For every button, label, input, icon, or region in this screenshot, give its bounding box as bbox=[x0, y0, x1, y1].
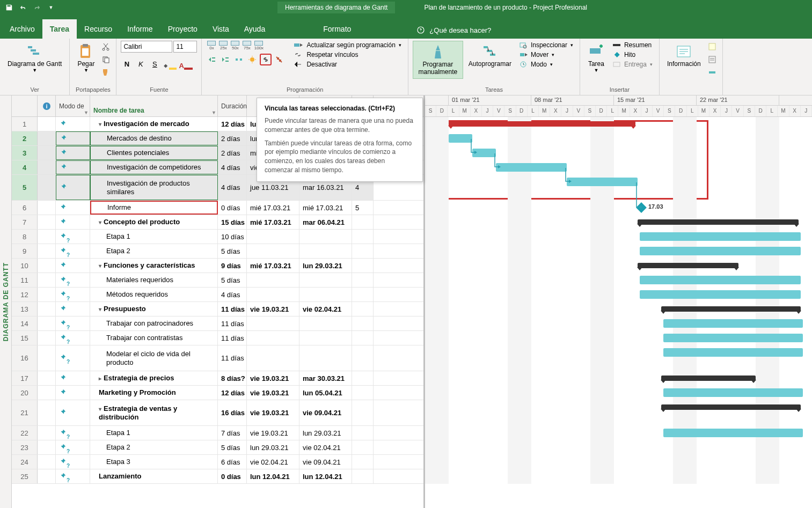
cell-info[interactable] bbox=[38, 244, 56, 258]
gantt-bar[interactable] bbox=[638, 263, 738, 268]
copy-button[interactable] bbox=[100, 54, 112, 65]
inspect-cmd[interactable]: Inspeccionar▾ bbox=[517, 41, 575, 49]
paste-button[interactable]: Pegar ▼ bbox=[74, 41, 98, 76]
deactivate-cmd[interactable]: Desactivar bbox=[291, 60, 403, 69]
gantt-bar[interactable] bbox=[640, 247, 801, 255]
gantt-bar[interactable] bbox=[567, 178, 638, 186]
cell-info[interactable] bbox=[38, 302, 56, 316]
cell-info[interactable] bbox=[38, 215, 56, 229]
row-number[interactable]: 23 bbox=[12, 440, 38, 454]
cell-info[interactable] bbox=[38, 331, 56, 345]
cell-info[interactable] bbox=[38, 469, 56, 483]
cell-mode[interactable] bbox=[56, 371, 90, 385]
row-number[interactable]: 1 bbox=[12, 117, 38, 131]
cell-mode[interactable] bbox=[56, 400, 90, 425]
row-number[interactable]: 13 bbox=[12, 302, 38, 316]
font-color-button[interactable]: A bbox=[179, 58, 193, 70]
cell-pred[interactable] bbox=[352, 230, 374, 244]
gantt-bar[interactable] bbox=[661, 306, 801, 312]
cell-duration[interactable]: 4 días bbox=[218, 175, 247, 200]
row-number[interactable]: 20 bbox=[12, 386, 38, 400]
cell-start[interactable] bbox=[247, 331, 299, 345]
task-row[interactable]: 22 Etapa 1 7 días vie 19.03.21 lun 29.03… bbox=[12, 426, 423, 440]
cell-name[interactable]: ▸Estrategia de precios bbox=[90, 371, 218, 385]
cell-start[interactable]: mié 17.03.21 bbox=[247, 201, 299, 215]
row-number[interactable]: 8 bbox=[12, 230, 38, 244]
reschedule-button[interactable] bbox=[246, 54, 258, 65]
cell-name[interactable]: Modelar el ciclo de vida del producto bbox=[90, 345, 218, 371]
gantt-chart[interactable]: 01 mar '2108 mar '2115 mar '2122 mar '21… bbox=[425, 95, 812, 508]
row-number[interactable]: 15 bbox=[12, 331, 38, 345]
row-number[interactable]: 7 bbox=[12, 215, 38, 229]
cell-start[interactable] bbox=[247, 288, 299, 301]
cell-info[interactable] bbox=[38, 273, 56, 287]
col-rownum[interactable] bbox=[12, 95, 38, 116]
row-number[interactable]: 25 bbox=[12, 469, 38, 483]
cell-info[interactable] bbox=[38, 201, 56, 215]
cell-end[interactable]: lun 12.04.21 bbox=[299, 469, 352, 483]
cell-pred[interactable] bbox=[352, 331, 374, 345]
cell-info[interactable] bbox=[38, 440, 56, 454]
cell-mode[interactable] bbox=[56, 316, 90, 330]
cell-name[interactable]: Lanzamiento bbox=[90, 469, 218, 483]
cell-start[interactable]: vie 19.03.21 bbox=[247, 400, 299, 425]
outdent-button[interactable] bbox=[206, 54, 218, 65]
gantt-row[interactable] bbox=[425, 131, 812, 146]
gantt-bar[interactable] bbox=[663, 388, 803, 397]
redo-button[interactable] bbox=[31, 2, 43, 13]
cell-start[interactable]: vie 19.03.21 bbox=[247, 302, 299, 316]
cell-mode[interactable] bbox=[56, 302, 90, 316]
cell-duration[interactable]: 0 días bbox=[218, 469, 247, 483]
cell-name[interactable]: ▾Investigación de mercado bbox=[90, 117, 218, 131]
update-schedule-cmd[interactable]: Actualizar según programación▾ bbox=[291, 41, 403, 49]
cell-end[interactable]: lun 05.04.21 bbox=[299, 386, 352, 400]
cell-duration[interactable]: 10 días bbox=[218, 230, 247, 244]
cell-mode[interactable] bbox=[56, 215, 90, 229]
cell-name[interactable]: Trabajar con patrocinadores bbox=[90, 316, 218, 330]
tab-resource[interactable]: Recurso bbox=[77, 19, 120, 39]
cell-name[interactable]: Investigación de competidores bbox=[90, 160, 218, 174]
cell-pred[interactable] bbox=[352, 259, 374, 273]
cell-name[interactable]: Materiales requeridos bbox=[90, 273, 218, 287]
cell-pred[interactable] bbox=[352, 386, 374, 400]
gantt-row[interactable] bbox=[425, 259, 812, 273]
cell-start[interactable]: vie 19.03.21 bbox=[247, 426, 299, 440]
cell-pred[interactable] bbox=[352, 244, 374, 258]
row-number[interactable]: 3 bbox=[12, 146, 38, 160]
insert-milestone-cmd[interactable]: Hito bbox=[610, 50, 655, 59]
cell-start[interactable]: mié 17.03.21 bbox=[247, 259, 299, 273]
tab-view[interactable]: Vista bbox=[205, 19, 237, 39]
cell-end[interactable] bbox=[299, 288, 352, 301]
cell-duration[interactable]: 5 días bbox=[218, 273, 247, 287]
col-mode[interactable]: Modo de▼ bbox=[56, 95, 90, 116]
cell-name[interactable]: Etapa 1 bbox=[90, 230, 218, 244]
cell-info[interactable] bbox=[38, 400, 56, 425]
cell-duration[interactable]: 11 días bbox=[218, 316, 247, 330]
task-row[interactable]: 17 ▸Estrategia de precios 8 días? vie 19… bbox=[12, 371, 423, 386]
row-number[interactable]: 2 bbox=[12, 131, 38, 145]
task-row[interactable]: 6 Informe 0 días mié 17.03.21 mié 17.03.… bbox=[12, 201, 423, 215]
cell-info[interactable] bbox=[38, 175, 56, 200]
qat-dropdown[interactable]: ▼ bbox=[45, 2, 57, 13]
cell-name[interactable]: Etapa 2 bbox=[90, 244, 218, 258]
cell-end[interactable]: mar 06.04.21 bbox=[299, 215, 352, 229]
gantt-bar[interactable] bbox=[449, 134, 472, 143]
pct-100[interactable]: 100x bbox=[253, 41, 264, 50]
cell-duration[interactable]: 6 días bbox=[218, 455, 247, 469]
col-duration[interactable]: Duración bbox=[218, 95, 247, 116]
cell-mode[interactable] bbox=[56, 426, 90, 440]
gantt-bar[interactable] bbox=[640, 232, 801, 241]
row-number[interactable]: 24 bbox=[12, 455, 38, 469]
mode-cmd[interactable]: Modo▾ bbox=[517, 60, 575, 69]
cell-start[interactable]: mié 17.03.21 bbox=[247, 215, 299, 229]
cell-info[interactable] bbox=[38, 288, 56, 301]
cell-mode[interactable] bbox=[56, 160, 90, 174]
font-name-select[interactable] bbox=[121, 41, 172, 53]
cell-end[interactable]: lun 29.03.21 bbox=[299, 259, 352, 273]
cell-pred[interactable] bbox=[352, 288, 374, 301]
tab-help[interactable]: Ayuda bbox=[237, 19, 273, 39]
col-name[interactable]: Nombre de tarea▼ bbox=[90, 95, 218, 116]
gantt-bar[interactable] bbox=[661, 404, 801, 410]
cell-name[interactable]: Etapa 3 bbox=[90, 455, 218, 469]
cell-pred[interactable] bbox=[352, 302, 374, 316]
